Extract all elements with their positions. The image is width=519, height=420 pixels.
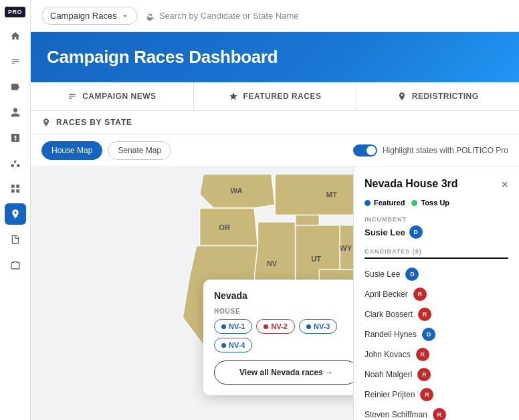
highlight-toggle-row: Highlight states with POLITICO Pro <box>353 144 508 156</box>
svg-text:NV: NV <box>267 259 278 268</box>
candidate-6-party: R <box>420 388 433 401</box>
race-detail-panel: Nevada House 3rd × Featured Toss Up <box>353 167 519 420</box>
map-icon[interactable] <box>5 203 26 225</box>
candidate-7-name: Steven Schiffman <box>365 410 427 419</box>
candidate-row-6: Reinier Prijten R <box>365 385 508 405</box>
nv4-pill[interactable]: NV-4 <box>214 338 252 352</box>
tab-campaign-news[interactable]: CAMPAIGN NEWS <box>31 82 194 110</box>
nv4-label: NV-4 <box>229 341 245 349</box>
svg-text:UT: UT <box>311 255 321 263</box>
campaign-races-dropdown[interactable]: Campaign Races <box>41 7 138 25</box>
races-section: RACES BY STATE House Map Senate Map High… <box>31 111 519 420</box>
hero-title: Campaign Races Dashboard <box>47 47 503 68</box>
candidates-section-label: CANDIDATES (8) <box>365 248 508 259</box>
news-icon[interactable] <box>5 51 26 72</box>
nv3-dot <box>306 324 311 329</box>
candidate-row-5: Noah Malgeri R <box>365 364 508 385</box>
tab-redistricting[interactable]: REDISTRICTING <box>356 82 519 110</box>
map-container: WA OR CA NV ID MT <box>31 167 519 420</box>
candidate-5-party: R <box>417 368 431 381</box>
tab-campaign-news-label: CAMPAIGN NEWS <box>82 92 156 101</box>
view-all-nevada-btn[interactable]: View all Nevada races → <box>214 360 358 385</box>
stats-icon[interactable] <box>5 127 26 148</box>
incumbent-section-label: INCUMBENT <box>365 216 508 223</box>
tossup-label: Toss Up <box>421 199 449 207</box>
nv2-pill[interactable]: NV-2 <box>256 319 294 334</box>
featured-badge: Featured <box>365 199 405 207</box>
person-icon[interactable] <box>5 102 26 123</box>
incumbent-row: Susie Lee D <box>365 225 508 239</box>
races-header: RACES BY STATE <box>31 111 519 134</box>
candidate-1-party: R <box>413 288 427 301</box>
candidate-0-name: Susie Lee <box>365 270 400 279</box>
nevada-popup: Nevada × HOUSE NV-1 NV-2 <box>203 280 369 395</box>
candidate-4-party: R <box>416 348 429 361</box>
races-header-label: RACES BY STATE <box>56 118 132 127</box>
featured-dot <box>365 200 371 206</box>
svg-text:WA: WA <box>231 187 243 195</box>
nv2-label: NV-2 <box>271 322 287 330</box>
candidate-3-party: D <box>422 328 435 341</box>
house-map-btn[interactable]: House Map <box>41 141 102 160</box>
nevada-popup-header: Nevada × <box>214 290 358 301</box>
main-content: Campaign Races Search by Candidate or St… <box>31 0 519 420</box>
tab-featured-races[interactable]: FEATURED RACES <box>194 82 357 110</box>
nevada-house-pills: NV-1 NV-2 NV-3 NV-4 <box>214 319 358 352</box>
candidate-6-name: Reinier Prijten <box>365 390 415 399</box>
hero-banner: Campaign Races Dashboard <box>31 32 519 82</box>
candidate-2-name: Clark Bossert <box>365 310 413 319</box>
detail-header: Nevada House 3rd × <box>365 178 508 192</box>
nv1-label: NV-1 <box>229 322 245 330</box>
nevada-house-label: HOUSE <box>214 308 358 315</box>
grid-icon[interactable] <box>5 178 26 199</box>
candidate-3-name: Randell Hynes <box>365 330 417 339</box>
tossup-badge: Toss Up <box>411 199 449 207</box>
bike-icon[interactable] <box>5 152 26 174</box>
featured-label: Featured <box>374 199 405 207</box>
home-icon[interactable] <box>5 25 26 47</box>
candidate-row-3: Randell Hynes D <box>365 324 508 344</box>
archive-icon[interactable] <box>5 254 26 276</box>
tab-redistricting-label: REDISTRICTING <box>412 92 479 101</box>
topbar: Campaign Races Search by Candidate or St… <box>31 0 519 32</box>
incumbent-name-text: Susie Lee <box>365 227 405 237</box>
search-placeholder: Search by Candidate or State Name <box>159 11 299 21</box>
tab-bar: CAMPAIGN NEWS FEATURED RACES REDISTRICTI… <box>31 82 519 111</box>
senate-map-btn[interactable]: Senate Map <box>108 141 171 160</box>
document-icon[interactable] <box>5 229 26 250</box>
highlight-toggle[interactable] <box>353 144 377 156</box>
candidate-row-1: April Becker R <box>365 284 508 304</box>
svg-text:WY: WY <box>340 244 352 252</box>
nv1-dot <box>221 324 226 329</box>
nv4-dot <box>221 343 226 348</box>
candidate-2-party: R <box>418 308 431 321</box>
candidate-row-4: John Kovacs R <box>365 344 508 364</box>
search-bar[interactable]: Search by Candidate or State Name <box>146 11 299 21</box>
svg-point-0 <box>11 164 14 167</box>
incumbent-party-badge: D <box>409 225 423 239</box>
svg-text:OR: OR <box>219 223 230 231</box>
pro-logo: PRO <box>5 7 25 17</box>
svg-point-1 <box>17 164 20 167</box>
candidate-7-party: R <box>433 408 446 420</box>
candidate-row-7: Steven Schiffman R <box>365 405 508 420</box>
candidate-row-2: Clark Bossert R <box>365 304 508 324</box>
nv3-label: NV-3 <box>314 322 330 330</box>
highlight-label: Highlight states with POLITICO Pro <box>383 146 508 155</box>
detail-title: Nevada House 3rd <box>365 178 458 190</box>
candidate-4-name: John Kovacs <box>365 350 411 359</box>
dropdown-label: Campaign Races <box>50 11 117 21</box>
nv2-dot <box>264 324 268 329</box>
candidate-1-name: April Becker <box>365 290 408 299</box>
svg-text:MT: MT <box>326 191 337 199</box>
map-controls: House Map Senate Map Highlight states wi… <box>31 134 519 167</box>
tossup-dot <box>411 200 417 206</box>
detail-close-btn[interactable]: × <box>501 178 508 192</box>
nv1-pill[interactable]: NV-1 <box>214 319 252 334</box>
detail-badges: Featured Toss Up <box>365 199 508 207</box>
candidate-0-party: D <box>405 268 419 281</box>
tag-icon[interactable] <box>5 76 26 98</box>
tab-featured-races-label: FEATURED RACES <box>243 92 322 101</box>
candidate-5-name: Noah Malgeri <box>365 370 412 379</box>
nv3-pill[interactable]: NV-3 <box>299 319 337 334</box>
